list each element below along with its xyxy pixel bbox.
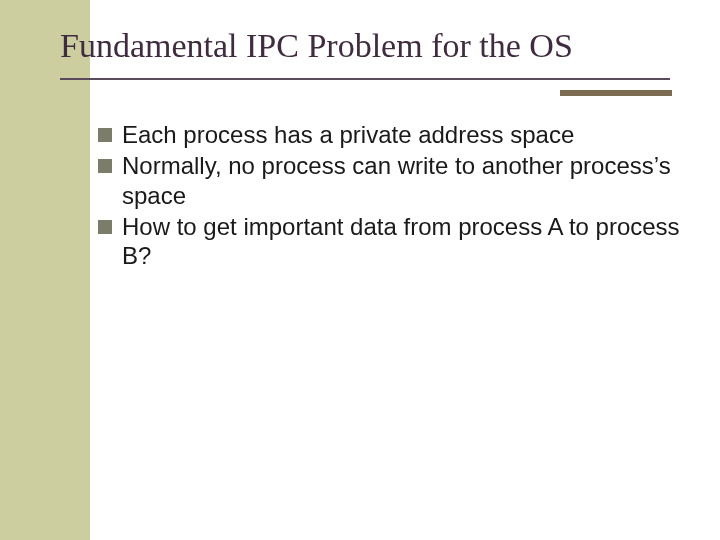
list-item-text: Each process has a private address space xyxy=(122,120,680,149)
square-bullet-icon xyxy=(98,128,112,142)
sidebar-decoration xyxy=(0,0,90,540)
square-bullet-icon xyxy=(98,159,112,173)
title-underline xyxy=(60,78,670,80)
list-item: How to get important data from process A… xyxy=(98,212,680,271)
list-item: Normally, no process can write to anothe… xyxy=(98,151,680,210)
square-bullet-icon xyxy=(98,220,112,234)
body-content: Each process has a private address space… xyxy=(98,120,680,272)
accent-bar xyxy=(560,90,672,96)
slide-title: Fundamental IPC Problem for the OS xyxy=(60,26,690,65)
list-item-text: Normally, no process can write to anothe… xyxy=(122,151,680,210)
list-item-text: How to get important data from process A… xyxy=(122,212,680,271)
list-item: Each process has a private address space xyxy=(98,120,680,149)
slide: Fundamental IPC Problem for the OS Each … xyxy=(0,0,720,540)
